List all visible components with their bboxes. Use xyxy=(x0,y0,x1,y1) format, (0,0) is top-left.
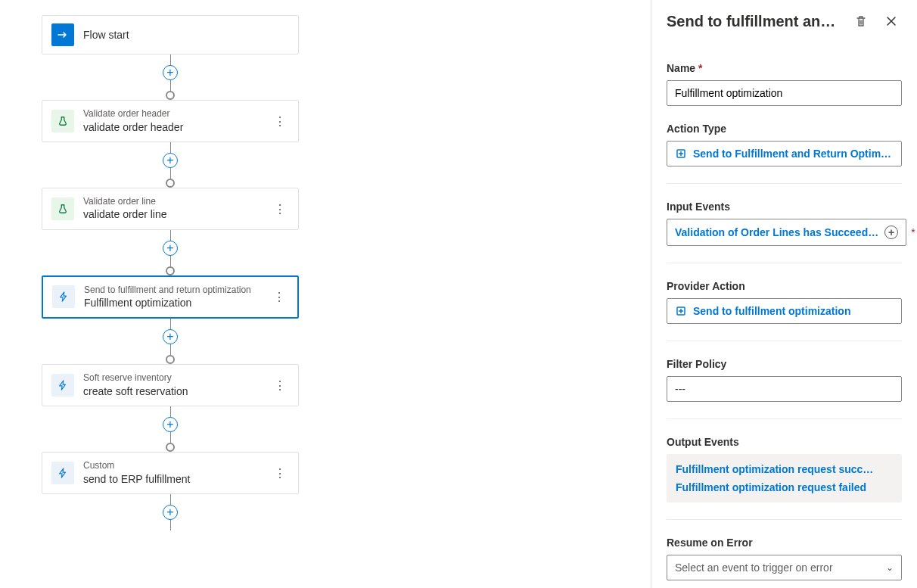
more-icon[interactable]: ⋮ xyxy=(271,198,289,219)
node-category: Send to fulfillment and return optimizat… xyxy=(84,285,288,297)
provider-action-value: Send to fulfillment optimization xyxy=(693,305,850,317)
flask-icon xyxy=(51,198,74,220)
trash-icon xyxy=(855,15,867,27)
connector-line xyxy=(170,520,171,530)
output-events-list: Fulfillment optimization request succ… F… xyxy=(667,454,902,502)
add-step-button[interactable]: + xyxy=(163,417,178,432)
node-title: create soft reservation xyxy=(83,384,289,398)
resume-placeholder: Select an event to trigger on error xyxy=(675,562,833,574)
output-event-item[interactable]: Fulfillment optimization request succ… xyxy=(676,460,893,478)
add-step-button[interactable]: + xyxy=(163,65,178,80)
connector-line xyxy=(170,54,171,65)
connector-node xyxy=(166,179,175,188)
add-step-button[interactable]: + xyxy=(163,505,178,520)
flow-start-label: Flow start xyxy=(83,28,289,42)
connector-line xyxy=(170,344,171,355)
input-events-label: Input Events xyxy=(667,201,902,213)
connector-node xyxy=(166,443,175,452)
connector-line xyxy=(170,142,171,153)
more-icon[interactable]: ⋮ xyxy=(270,287,288,307)
flask-icon xyxy=(51,110,74,132)
action-type-label: Action Type xyxy=(667,123,902,135)
resume-select[interactable]: Select an event to trigger on error ⌄ xyxy=(667,555,902,580)
chevron-down-icon: ⌄ xyxy=(886,562,894,573)
node-title: Fulfillment optimization xyxy=(84,296,288,310)
close-button[interactable] xyxy=(881,11,902,32)
flow-node-custom-erp[interactable]: Custom send to ERP fulfillment ⋮ xyxy=(42,452,299,494)
more-icon[interactable]: ⋮ xyxy=(271,375,289,396)
connector-node xyxy=(166,266,175,275)
name-label: Name * xyxy=(667,62,902,74)
flow-node-fulfillment-optimization[interactable]: Send to fulfillment and return optimizat… xyxy=(42,275,299,319)
add-step-button[interactable]: + xyxy=(163,241,178,256)
add-event-button[interactable]: + xyxy=(884,226,898,239)
connector-line xyxy=(170,494,171,505)
connector-line xyxy=(170,80,171,91)
add-step-button[interactable]: + xyxy=(163,329,178,344)
lightning-icon xyxy=(51,462,74,484)
name-input[interactable] xyxy=(667,80,902,106)
optimization-icon xyxy=(675,148,687,160)
node-category: Validate order line xyxy=(83,196,289,208)
required-indicator: * xyxy=(911,226,915,238)
flow-node-validate-header[interactable]: Validate order header validate order hea… xyxy=(42,100,299,142)
node-category: Custom xyxy=(83,460,289,472)
delete-button[interactable] xyxy=(850,11,872,32)
connector-node xyxy=(166,91,175,100)
filter-policy-input[interactable]: --- xyxy=(667,376,902,402)
connector-line xyxy=(170,406,171,417)
connector-node xyxy=(166,355,175,364)
flow-canvas[interactable]: Flow start + Validate order header valid… xyxy=(0,0,651,588)
action-type-value: Send to Fulfillment and Return Optimiza… xyxy=(693,148,894,160)
connector-line xyxy=(170,319,171,329)
resume-label: Resume on Error xyxy=(667,537,902,549)
node-category: Validate order header xyxy=(83,108,289,120)
add-step-button[interactable]: + xyxy=(163,153,178,168)
provider-action-label: Provider Action xyxy=(667,280,902,292)
connector-line xyxy=(170,432,171,443)
connector-line xyxy=(170,256,171,266)
output-events-label: Output Events xyxy=(667,436,902,448)
action-type-selector[interactable]: Send to Fulfillment and Return Optimiza… xyxy=(667,141,902,166)
lightning-icon xyxy=(51,374,74,397)
properties-panel: Send to fulfillment an… Name * Action Ty… xyxy=(651,0,917,588)
flow-node-soft-reserve[interactable]: Soft reserve inventory create soft reser… xyxy=(42,364,299,406)
close-icon xyxy=(886,16,897,26)
optimization-icon xyxy=(675,305,687,317)
flow-start-node[interactable]: Flow start xyxy=(42,15,299,54)
input-event-value: Validation of Order Lines has Succeed… xyxy=(675,226,878,238)
node-title: send to ERP fulfillment xyxy=(83,472,289,486)
more-icon[interactable]: ⋮ xyxy=(271,463,289,484)
node-title: validate order line xyxy=(83,207,289,221)
node-category: Soft reserve inventory xyxy=(83,372,289,384)
output-event-item[interactable]: Fulfillment optimization request failed xyxy=(676,478,893,496)
filter-policy-label: Filter Policy xyxy=(667,358,902,370)
more-icon[interactable]: ⋮ xyxy=(271,110,289,131)
filter-policy-value: --- xyxy=(675,383,685,395)
lightning-icon xyxy=(52,285,75,308)
flow-start-icon xyxy=(51,23,74,46)
flow-node-validate-line[interactable]: Validate order line validate order line … xyxy=(42,188,299,230)
node-title: validate order header xyxy=(83,120,289,134)
connector-line xyxy=(170,230,171,241)
provider-action-selector[interactable]: Send to fulfillment optimization xyxy=(667,298,902,324)
panel-title: Send to fulfillment an… xyxy=(667,13,850,30)
input-event-selector[interactable]: Validation of Order Lines has Succeed… + xyxy=(667,219,906,246)
connector-line xyxy=(170,168,171,179)
